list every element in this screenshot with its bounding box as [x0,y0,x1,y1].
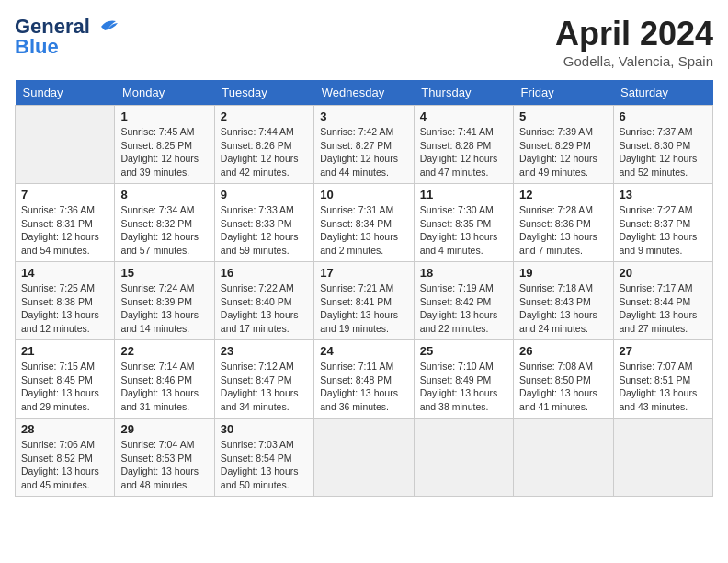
weekday-header: Monday [115,80,214,106]
day-cell: 13Sunrise: 7:27 AMSunset: 8:37 PMDayligh… [613,184,712,262]
day-info: Sunrise: 7:42 AMSunset: 8:27 PMDaylight:… [320,125,407,179]
day-cell: 17Sunrise: 7:21 AMSunset: 8:41 PMDayligh… [314,262,414,340]
day-number: 22 [120,344,208,358]
day-info: Sunrise: 7:04 AMSunset: 8:53 PMDaylight:… [120,438,208,492]
day-cell: 7Sunrise: 7:36 AMSunset: 8:31 PMDaylight… [16,184,115,262]
day-info: Sunrise: 7:18 AMSunset: 8:43 PMDaylight:… [519,282,607,336]
day-info: Sunrise: 7:08 AMSunset: 8:50 PMDaylight:… [519,360,607,414]
day-number: 15 [120,266,208,280]
location-title: Godella, Valencia, Spain [555,53,713,69]
day-number: 11 [420,188,507,201]
day-number: 29 [120,422,208,436]
day-info: Sunrise: 7:14 AMSunset: 8:46 PMDaylight:… [120,360,208,414]
day-info: Sunrise: 7:33 AMSunset: 8:33 PMDaylight:… [221,203,308,258]
day-number: 27 [620,344,707,358]
day-info: Sunrise: 7:28 AMSunset: 8:36 PMDaylight:… [519,203,607,258]
day-cell: 1Sunrise: 7:45 AMSunset: 8:25 PMDaylight… [115,106,214,184]
day-cell: 16Sunrise: 7:22 AMSunset: 8:40 PMDayligh… [214,262,313,340]
day-info: Sunrise: 7:22 AMSunset: 8:40 PMDaylight:… [221,282,308,336]
day-number: 28 [21,422,108,436]
day-cell: 4Sunrise: 7:41 AMSunset: 8:28 PMDaylight… [414,106,513,184]
day-info: Sunrise: 7:25 AMSunset: 8:38 PMDaylight:… [21,282,108,336]
weekday-header-row: SundayMondayTuesdayWednesdayThursdayFrid… [16,80,713,106]
day-info: Sunrise: 7:10 AMSunset: 8:49 PMDaylight:… [420,360,507,414]
day-number: 26 [519,344,607,358]
day-number: 9 [221,188,308,201]
day-number: 23 [221,344,308,358]
day-number: 8 [120,188,208,201]
day-info: Sunrise: 7:31 AMSunset: 8:34 PMDaylight:… [320,203,407,258]
logo: General Blue [15,15,118,59]
day-cell [514,419,613,497]
day-info: Sunrise: 7:06 AMSunset: 8:52 PMDaylight:… [21,438,108,492]
day-info: Sunrise: 7:07 AMSunset: 8:51 PMDaylight:… [620,360,707,414]
day-number: 25 [420,344,507,358]
day-info: Sunrise: 7:45 AMSunset: 8:25 PMDaylight:… [120,125,208,179]
day-info: Sunrise: 7:12 AMSunset: 8:47 PMDaylight:… [221,360,308,414]
day-number: 5 [519,109,607,123]
day-number: 17 [320,266,407,280]
day-number: 20 [620,266,707,280]
day-number: 3 [320,109,407,123]
day-number: 10 [320,188,407,201]
day-cell: 12Sunrise: 7:28 AMSunset: 8:36 PMDayligh… [514,184,613,262]
day-cell [314,419,414,497]
day-cell: 10Sunrise: 7:31 AMSunset: 8:34 PMDayligh… [314,184,414,262]
day-cell: 21Sunrise: 7:15 AMSunset: 8:45 PMDayligh… [16,340,115,419]
day-cell: 6Sunrise: 7:37 AMSunset: 8:30 PMDaylight… [613,106,712,184]
day-cell: 19Sunrise: 7:18 AMSunset: 8:43 PMDayligh… [514,262,613,340]
day-number: 1 [120,109,208,123]
weekday-header: Saturday [613,80,712,106]
day-number: 6 [620,109,707,123]
day-cell: 30Sunrise: 7:03 AMSunset: 8:54 PMDayligh… [214,419,313,497]
day-cell: 28Sunrise: 7:06 AMSunset: 8:52 PMDayligh… [16,419,115,497]
day-cell: 15Sunrise: 7:24 AMSunset: 8:39 PMDayligh… [115,262,214,340]
day-number: 16 [221,266,308,280]
day-number: 13 [620,188,707,201]
day-number: 2 [221,109,308,123]
day-cell: 24Sunrise: 7:11 AMSunset: 8:48 PMDayligh… [314,340,414,419]
weekday-header: Thursday [414,80,513,106]
day-info: Sunrise: 7:21 AMSunset: 8:41 PMDaylight:… [320,282,407,336]
weekday-header: Friday [514,80,613,106]
day-cell: 9Sunrise: 7:33 AMSunset: 8:33 PMDaylight… [214,184,313,262]
day-info: Sunrise: 7:34 AMSunset: 8:32 PMDaylight:… [120,203,208,258]
day-number: 12 [519,188,607,201]
day-cell: 8Sunrise: 7:34 AMSunset: 8:32 PMDaylight… [115,184,214,262]
day-info: Sunrise: 7:15 AMSunset: 8:45 PMDaylight:… [21,360,108,414]
day-cell: 29Sunrise: 7:04 AMSunset: 8:53 PMDayligh… [115,419,214,497]
logo-blue: Blue [15,35,59,59]
week-row: 14Sunrise: 7:25 AMSunset: 8:38 PMDayligh… [16,262,713,340]
day-info: Sunrise: 7:37 AMSunset: 8:30 PMDaylight:… [620,125,707,179]
day-info: Sunrise: 7:24 AMSunset: 8:39 PMDaylight:… [120,282,208,336]
day-cell: 20Sunrise: 7:17 AMSunset: 8:44 PMDayligh… [613,262,712,340]
weekday-header: Tuesday [214,80,313,106]
day-cell: 25Sunrise: 7:10 AMSunset: 8:49 PMDayligh… [414,340,513,419]
day-cell: 11Sunrise: 7:30 AMSunset: 8:35 PMDayligh… [414,184,513,262]
calendar-table: SundayMondayTuesdayWednesdayThursdayFrid… [15,80,713,497]
day-cell: 3Sunrise: 7:42 AMSunset: 8:27 PMDaylight… [314,106,414,184]
day-number: 19 [519,266,607,280]
page-header: General Blue April 2024 Godella, Valenci… [15,15,713,69]
day-info: Sunrise: 7:03 AMSunset: 8:54 PMDaylight:… [221,438,308,492]
logo-bird-icon [92,17,118,36]
day-cell: 2Sunrise: 7:44 AMSunset: 8:26 PMDaylight… [214,106,313,184]
week-row: 21Sunrise: 7:15 AMSunset: 8:45 PMDayligh… [16,340,713,419]
day-cell: 27Sunrise: 7:07 AMSunset: 8:51 PMDayligh… [613,340,712,419]
day-number: 21 [21,344,108,358]
day-number: 24 [320,344,407,358]
day-cell: 26Sunrise: 7:08 AMSunset: 8:50 PMDayligh… [514,340,613,419]
day-cell [414,419,513,497]
day-cell: 14Sunrise: 7:25 AMSunset: 8:38 PMDayligh… [16,262,115,340]
day-number: 14 [21,266,108,280]
weekday-header: Wednesday [314,80,414,106]
day-info: Sunrise: 7:41 AMSunset: 8:28 PMDaylight:… [420,125,507,179]
day-info: Sunrise: 7:36 AMSunset: 8:31 PMDaylight:… [21,203,108,258]
day-number: 18 [420,266,507,280]
day-cell: 18Sunrise: 7:19 AMSunset: 8:42 PMDayligh… [414,262,513,340]
day-cell [16,106,115,184]
day-number: 7 [21,188,108,201]
day-info: Sunrise: 7:11 AMSunset: 8:48 PMDaylight:… [320,360,407,414]
day-cell [613,419,712,497]
week-row: 1Sunrise: 7:45 AMSunset: 8:25 PMDaylight… [16,106,713,184]
